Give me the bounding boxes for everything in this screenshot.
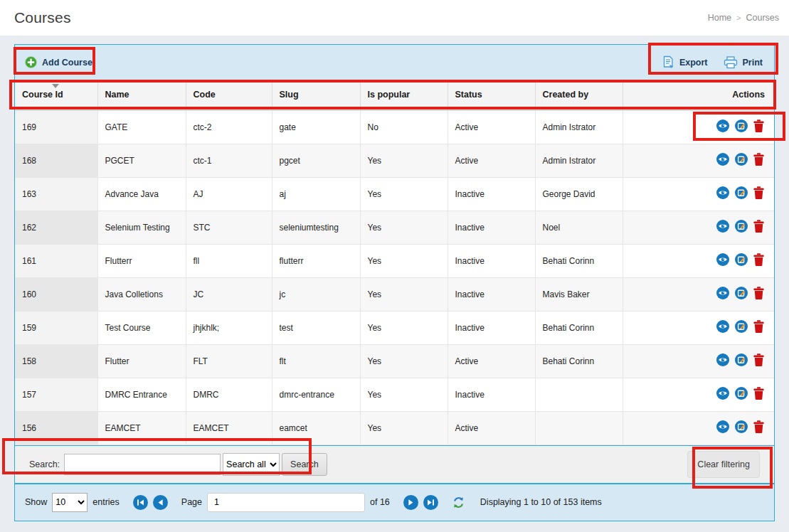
view-icon[interactable] — [716, 186, 729, 199]
view-icon[interactable] — [716, 153, 729, 166]
pagination-bar: Show 10 entries Page of 16 — [14, 484, 775, 521]
clear-filtering-button[interactable]: Clear filtering — [687, 451, 760, 478]
column-header-status[interactable]: Status — [448, 80, 535, 110]
add-course-label: Add Course — [42, 58, 92, 68]
page-size-select[interactable]: 10 — [52, 493, 88, 512]
cell-slug: aj — [272, 177, 360, 211]
cell-is-popular: Yes — [360, 311, 448, 344]
delete-icon[interactable] — [753, 353, 764, 366]
last-page-icon[interactable] — [423, 495, 438, 510]
delete-icon[interactable] — [753, 287, 764, 299]
print-label: Print — [743, 58, 763, 68]
delete-icon[interactable] — [753, 420, 764, 433]
search-bar: Search: Search all Search Clear filterin… — [15, 445, 774, 483]
add-plus-icon — [25, 56, 37, 68]
cell-code: ctc-2 — [186, 110, 272, 144]
cell-slug: eamcet — [272, 411, 360, 445]
cell-status: Inactive — [448, 277, 535, 311]
edit-icon[interactable] — [735, 220, 748, 233]
column-header-course-id[interactable]: Course Id — [15, 80, 97, 110]
edit-icon[interactable] — [735, 320, 748, 333]
view-icon[interactable] — [716, 320, 729, 333]
next-page-icon[interactable] — [403, 495, 418, 510]
previous-page-icon[interactable] — [153, 495, 168, 510]
edit-icon[interactable] — [735, 420, 748, 433]
edit-icon[interactable] — [735, 186, 748, 199]
cell-actions — [623, 244, 774, 277]
page-header: Courses Home > Courses — [0, 0, 789, 36]
cell-code: FLT — [186, 344, 272, 378]
view-icon[interactable] — [716, 253, 729, 266]
cell-code: DMRC — [186, 378, 272, 411]
cell-status: Active — [448, 110, 535, 144]
column-header-code[interactable]: Code — [186, 80, 272, 110]
cell-created-by: Behati Corinn — [535, 344, 623, 378]
column-header-slug[interactable]: Slug — [272, 80, 360, 110]
table-row: 156 EAMCET EAMCET eamcet Yes Active — [15, 411, 774, 445]
add-course-button[interactable]: Add Course — [25, 56, 92, 68]
view-icon[interactable] — [716, 287, 729, 299]
export-label: Export — [679, 58, 708, 68]
view-icon[interactable] — [716, 353, 729, 366]
cell-slug: pgcet — [272, 144, 360, 177]
delete-icon[interactable] — [753, 153, 764, 166]
print-button[interactable]: Print — [724, 56, 763, 69]
cell-code: EAMCET — [186, 411, 272, 445]
search-input[interactable] — [64, 454, 221, 475]
cell-code: ctc-1 — [186, 144, 272, 177]
delete-icon[interactable] — [753, 119, 764, 132]
view-icon[interactable] — [716, 420, 729, 433]
search-scope-select[interactable]: Search all — [223, 453, 280, 476]
table-row: 162 Selenium Testing STC seleniumtesting… — [15, 211, 774, 244]
cell-created-by: George David — [535, 177, 623, 211]
breadcrumb-home[interactable]: Home — [708, 13, 731, 23]
table-header-row: Course Id Name Code Slug Is popular Stat… — [15, 80, 774, 110]
refresh-icon[interactable] — [452, 496, 465, 509]
cell-name: GATE — [97, 110, 186, 144]
cell-actions — [623, 177, 774, 211]
column-header-name[interactable]: Name — [97, 80, 186, 110]
edit-icon[interactable] — [735, 387, 748, 400]
edit-icon[interactable] — [735, 153, 748, 166]
cell-created-by — [535, 378, 623, 411]
cell-name: Flutterr — [97, 244, 186, 277]
cell-slug: dmrc-entrance — [272, 378, 360, 411]
view-icon[interactable] — [716, 220, 729, 233]
cell-created-by: Noel — [535, 211, 623, 244]
cell-actions — [623, 211, 774, 244]
edit-icon[interactable] — [735, 253, 748, 266]
cell-actions — [623, 110, 774, 144]
cell-slug: jc — [272, 277, 360, 311]
delete-icon[interactable] — [753, 253, 764, 266]
export-button[interactable]: Export — [662, 55, 708, 69]
cell-code: jhjkhlk; — [186, 311, 272, 344]
delete-icon[interactable] — [753, 387, 764, 400]
cell-slug: seleniumtesting — [272, 211, 360, 244]
column-header-created-by[interactable]: Created by — [535, 80, 623, 110]
export-icon — [662, 55, 674, 69]
page-title: Courses — [14, 9, 71, 26]
cell-slug: gate — [272, 110, 360, 144]
cell-is-popular: No — [360, 110, 448, 144]
delete-icon[interactable] — [753, 320, 764, 333]
cell-actions — [623, 277, 774, 311]
table-row: 158 Flutter FLT flt Yes Active Behati Co… — [15, 344, 774, 378]
cell-status: Inactive — [448, 244, 535, 277]
first-page-icon[interactable] — [133, 495, 148, 510]
view-icon[interactable] — [716, 119, 729, 132]
edit-icon[interactable] — [735, 287, 748, 299]
page-number-input[interactable] — [207, 493, 365, 512]
cell-is-popular: Yes — [360, 211, 448, 244]
search-button[interactable]: Search — [282, 453, 327, 476]
view-icon[interactable] — [716, 387, 729, 400]
cell-actions — [623, 378, 774, 411]
column-header-is-popular[interactable]: Is popular — [360, 80, 448, 110]
cell-is-popular: Yes — [360, 177, 448, 211]
cell-actions — [623, 411, 774, 445]
delete-icon[interactable] — [753, 220, 764, 233]
cell-course-id: 169 — [15, 110, 97, 144]
edit-icon[interactable] — [735, 353, 748, 366]
cell-slug: flutterr — [272, 244, 360, 277]
edit-icon[interactable] — [735, 119, 748, 132]
delete-icon[interactable] — [753, 186, 764, 199]
